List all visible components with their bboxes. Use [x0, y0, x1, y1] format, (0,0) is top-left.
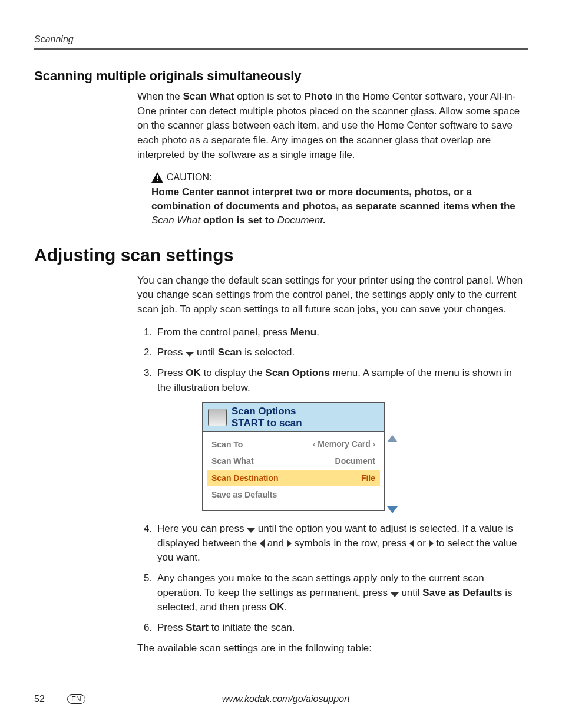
lcd-title-1: Scan Options: [232, 406, 302, 417]
lcd-row-label: Scan Destination: [211, 472, 279, 484]
lcd-scroll-indicators: [387, 435, 398, 513]
step-item: Press Start to initiate the scan.: [155, 621, 528, 635]
lcd-header: Scan Options START to scan: [203, 403, 384, 432]
lcd-row: Scan To ‹ Memory Card ›: [207, 436, 380, 453]
triangle-down-icon: [387, 506, 398, 513]
arrow-down-icon: [186, 352, 194, 357]
bold-term: Scan Options: [265, 367, 330, 378]
paragraph: When the Scan What option is set to Phot…: [137, 90, 528, 162]
text: option is set to: [234, 91, 304, 102]
step-item: Here you can press until the option you …: [155, 522, 528, 565]
bold-term: OK: [269, 601, 285, 612]
running-head: Scanning: [34, 34, 528, 50]
arrow-down-icon: [247, 528, 255, 533]
text: and: [265, 538, 287, 549]
text: .: [316, 327, 319, 338]
ordered-steps-continued: Here you can press until the option you …: [137, 522, 528, 635]
bold-term: Scan What: [183, 91, 234, 102]
chevron-left-icon: ‹: [313, 440, 315, 449]
caution-text: Home Center cannot interpret two or more…: [151, 185, 528, 227]
bold-term: OK: [186, 367, 201, 378]
lcd-row-label: Scan To: [211, 439, 243, 450]
bold-term: Photo: [304, 91, 332, 102]
paragraph: You can change the default scan settings…: [137, 274, 528, 317]
section-heading: Scanning multiple originals simultaneous…: [34, 68, 528, 84]
lcd-row-value: ‹ Memory Card ›: [313, 438, 375, 450]
lcd-titles: Scan Options START to scan: [232, 406, 302, 429]
lcd-row: Save as Defaults: [207, 486, 380, 503]
caution-block: CAUTION: Home Center cannot interpret tw…: [151, 170, 528, 228]
italic-term: Scan What: [151, 215, 200, 226]
step-item: Press OK to display the Scan Options men…: [155, 366, 528, 395]
arrow-left-icon: [260, 539, 265, 548]
text: symbols in the row, press: [292, 538, 409, 549]
thumbnail-icon: [208, 409, 227, 426]
bold-text: option is set to: [200, 215, 277, 226]
support-url: www.kodak.com/go/aiosupport: [44, 694, 528, 704]
triangle-up-icon: [387, 435, 398, 442]
bold-term: Save as Defaults: [422, 587, 502, 598]
step-item: Press until Scan is selected.: [155, 345, 528, 360]
caution-header: CAUTION:: [151, 170, 528, 184]
lcd-row: Scan What Document: [207, 453, 380, 469]
lcd-body: Scan To ‹ Memory Card › Scan What Docume…: [203, 432, 384, 510]
page-footer: 52 EN www.kodak.com/go/aiosupport: [34, 694, 528, 704]
bold-text: .: [323, 215, 326, 226]
arrow-right-icon: [287, 539, 292, 548]
document-page: Scanning Scanning multiple originals sim…: [0, 0, 562, 728]
step-item: From the control panel, press Menu.: [155, 325, 528, 340]
bold-term: Start: [186, 622, 209, 633]
text: From the control panel, press: [157, 327, 290, 338]
chevron-right-icon: ›: [373, 440, 375, 449]
arrow-left-icon: [409, 539, 414, 548]
text: Here you can press: [157, 523, 247, 534]
text: to initiate the scan.: [209, 622, 295, 633]
lcd-screen: Scan Options START to scan Scan To ‹ Mem…: [202, 402, 385, 511]
lcd-illustration: Scan Options START to scan Scan To ‹ Mem…: [202, 402, 385, 511]
text: is selected.: [242, 347, 295, 358]
lcd-row-value: File: [361, 472, 375, 484]
text: Press: [157, 622, 186, 633]
ordered-steps: From the control panel, press Menu. Pres…: [137, 325, 528, 396]
text: Press: [157, 347, 186, 358]
lcd-row-label: Save as Defaults: [211, 489, 277, 500]
bold-term: Scan: [218, 347, 242, 358]
italic-term: Document: [277, 215, 323, 226]
svg-rect-0: [157, 175, 158, 179]
bold-term: Menu: [290, 327, 316, 338]
body-column-1: When the Scan What option is set to Phot…: [137, 90, 528, 228]
bold-text: Home Center cannot interpret two or more…: [151, 186, 515, 212]
text: until: [399, 587, 423, 598]
lcd-row-label: Scan What: [211, 455, 254, 467]
arrow-down-icon: [391, 592, 399, 597]
caution-label: CAUTION:: [167, 170, 211, 184]
lcd-row-selected: Scan Destination File: [207, 470, 380, 486]
text: until: [194, 347, 218, 358]
lcd-title-2: START to scan: [232, 417, 302, 429]
text: Press: [157, 367, 186, 378]
warning-icon: [151, 172, 163, 183]
arrow-right-icon: [429, 539, 434, 548]
text: When the: [137, 91, 183, 102]
page-heading: Adjusting scan settings: [34, 245, 528, 265]
text: .: [284, 601, 287, 612]
body-column-2: You can change the default scan settings…: [137, 274, 528, 655]
paragraph: The available scan settings are in the f…: [137, 641, 528, 656]
text: to display the: [201, 367, 266, 378]
text: or: [414, 538, 429, 549]
svg-rect-1: [157, 180, 158, 181]
lcd-row-value: Document: [335, 455, 375, 467]
step-item: Any changes you make to the scan setting…: [155, 571, 528, 615]
